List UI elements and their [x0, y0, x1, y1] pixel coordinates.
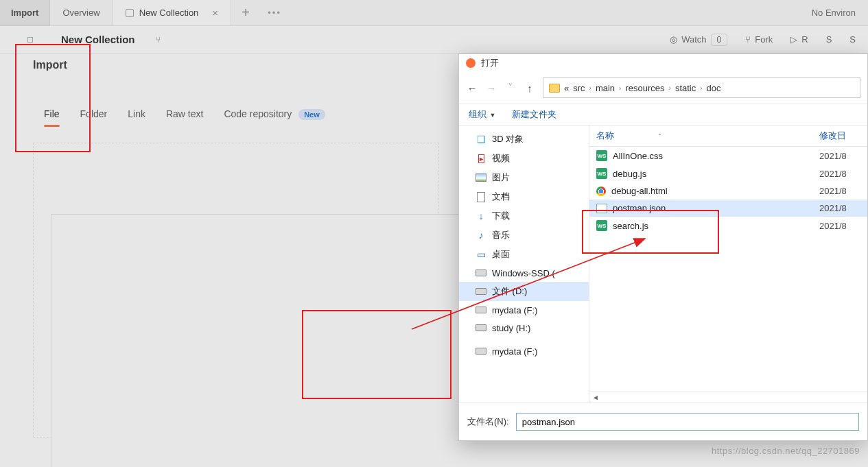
postman-icon: [466, 58, 476, 68]
tree-music[interactable]: ♪音乐: [459, 226, 589, 245]
collection-header: New Collection ⑂ ◎ Watch 0 ⑂ Fork ▷ R S …: [0, 26, 868, 53]
tab-overflow-button[interactable]: •••: [260, 0, 289, 25]
import-tab-rawtext[interactable]: Raw text: [166, 108, 203, 126]
list-header[interactable]: 名称 ˄ 修改日: [589, 125, 867, 147]
address-bar[interactable]: « src › main › resources › static › doc: [543, 77, 860, 98]
ws-file-icon: WS: [596, 168, 607, 179]
chevron-right-icon: ›: [619, 84, 621, 92]
crumb-main[interactable]: main: [596, 83, 615, 93]
tree-desktop[interactable]: ▭桌面: [459, 245, 589, 264]
music-icon: ♪: [476, 230, 486, 241]
nav-recent-icon[interactable]: ˅: [504, 82, 517, 94]
chevron-right-icon: ›: [669, 84, 671, 92]
fork-indicator-icon: ⑂: [156, 35, 161, 45]
file-row[interactable]: WS AllInOne.css 2021/8: [589, 147, 867, 165]
organize-menu[interactable]: 组织 ▼: [469, 108, 495, 121]
tree-mydata-f[interactable]: mydata (F:): [459, 301, 589, 319]
file-row[interactable]: WS search.js 2021/8: [589, 217, 867, 235]
horizontal-scrollbar[interactable]: ◄: [589, 392, 867, 403]
nav-up-icon[interactable]: ↑: [524, 82, 536, 94]
play-icon: ▷: [790, 34, 797, 45]
drive-icon: [476, 304, 486, 315]
scroll-left-icon[interactable]: ◄: [591, 394, 600, 401]
list-rows[interactable]: WS AllInOne.css 2021/8 WS debug.js 2021/…: [589, 147, 867, 392]
share-button-partial[interactable]: S: [849, 34, 856, 45]
import-tab-file[interactable]: File: [44, 108, 60, 126]
import-tab-coderepo[interactable]: Code repository New: [224, 108, 325, 126]
video-icon: ▸: [476, 153, 486, 164]
crumb-resources[interactable]: resources: [625, 83, 664, 93]
desktop-icon: ▭: [476, 249, 486, 260]
sort-caret-icon: ˄: [658, 133, 661, 140]
tree-downloads[interactable]: ↓下载: [459, 206, 589, 226]
dialog-titlebar: 打开: [459, 54, 867, 72]
import-tab-folder[interactable]: Folder: [80, 108, 108, 126]
save-button-partial[interactable]: S: [826, 34, 832, 45]
import-button-top[interactable]: Import: [0, 0, 50, 25]
tab-label: Overview: [62, 8, 99, 18]
file-row[interactable]: WS debug.js 2021/8: [589, 165, 867, 182]
import-tab-link[interactable]: Link: [128, 108, 145, 126]
tree-study-h[interactable]: study (H:): [459, 319, 589, 337]
dialog-title: 打开: [481, 57, 499, 69]
crumb-src[interactable]: src: [573, 83, 585, 93]
dialog-nav: ← → ˅ ↑ « src › main › resources › stati…: [459, 72, 867, 104]
import-modal-title: Import: [16, 55, 456, 81]
tree-windows-ssd[interactable]: Windows-SSD (: [459, 264, 589, 282]
picture-icon: [476, 172, 486, 183]
new-badge: New: [298, 109, 325, 120]
cube-icon: ❑: [476, 134, 486, 145]
drive-icon: [476, 322, 486, 333]
collection-title[interactable]: New Collection: [61, 34, 135, 45]
close-icon[interactable]: ×: [212, 7, 218, 19]
tabs-row: Import Overview New Collection × + ••• N…: [0, 0, 868, 26]
file-row-selected[interactable]: postman.json 2021/8: [589, 200, 867, 217]
folder-icon: [549, 84, 560, 93]
tab-overview[interactable]: Overview: [50, 0, 113, 25]
document-icon: [476, 191, 486, 202]
download-icon: ↓: [476, 211, 486, 221]
import-modal: Import File Folder Link Raw text Code re…: [16, 55, 456, 466]
tree-drive-d[interactable]: 文件 (D:): [459, 282, 589, 301]
drive-icon: [476, 267, 486, 278]
col-name[interactable]: 名称 ˄: [596, 130, 819, 142]
watch-button[interactable]: ◎ Watch 0: [670, 34, 727, 46]
tree-documents[interactable]: 文档: [459, 187, 589, 206]
watch-count: 0: [711, 34, 728, 46]
chevron-right-icon: ›: [700, 84, 702, 92]
crumb-static[interactable]: static: [675, 83, 696, 93]
eye-icon: ◎: [670, 34, 677, 45]
filename-label: 文件名(N):: [467, 416, 509, 428]
tree-mydata-f-2[interactable]: mydata (F:): [459, 342, 589, 360]
fork-button[interactable]: ⑂ Fork: [745, 34, 773, 45]
drive-icon: [476, 286, 486, 297]
crumb-overflow[interactable]: «: [564, 83, 569, 93]
nav-back-icon[interactable]: ←: [466, 82, 478, 94]
filename-row: 文件名(N):: [459, 403, 867, 440]
tree-pictures[interactable]: 图片: [459, 168, 589, 187]
crumb-doc[interactable]: doc: [707, 83, 721, 93]
tree-videos[interactable]: ▸视频: [459, 149, 589, 168]
chevron-right-icon: ›: [589, 84, 591, 92]
json-file-icon: [596, 204, 607, 213]
chrome-file-icon: [596, 187, 606, 196]
drive-icon: [476, 346, 486, 357]
new-folder-button[interactable]: 新建文件夹: [512, 108, 556, 121]
sidebar-toggle-icon[interactable]: [27, 37, 33, 43]
ws-file-icon: WS: [596, 220, 607, 231]
collection-icon: [126, 9, 134, 17]
new-tab-button[interactable]: +: [231, 0, 260, 25]
col-date[interactable]: 修改日: [819, 130, 860, 142]
run-button[interactable]: ▷ R: [790, 34, 808, 45]
environment-selector[interactable]: No Environ: [799, 0, 868, 25]
folder-tree[interactable]: ❑3D 对象 ▸视频 图片 文档 ↓下载 ♪音乐 ▭桌面 Windows-SSD…: [459, 125, 589, 403]
tab-label: New Collection: [139, 8, 199, 18]
ws-file-icon: WS: [596, 150, 607, 161]
tab-new-collection[interactable]: New Collection ×: [113, 0, 231, 25]
file-row[interactable]: debug-all.html 2021/8: [589, 182, 867, 200]
filename-input[interactable]: [516, 413, 859, 431]
tree-3d-objects[interactable]: ❑3D 对象: [459, 130, 589, 149]
watermark: https://blog.csdn.net/qq_22701869: [712, 446, 860, 456]
import-tabs: File Folder Link Raw text Code repositor…: [16, 81, 456, 126]
nav-forward-icon[interactable]: →: [485, 82, 497, 94]
